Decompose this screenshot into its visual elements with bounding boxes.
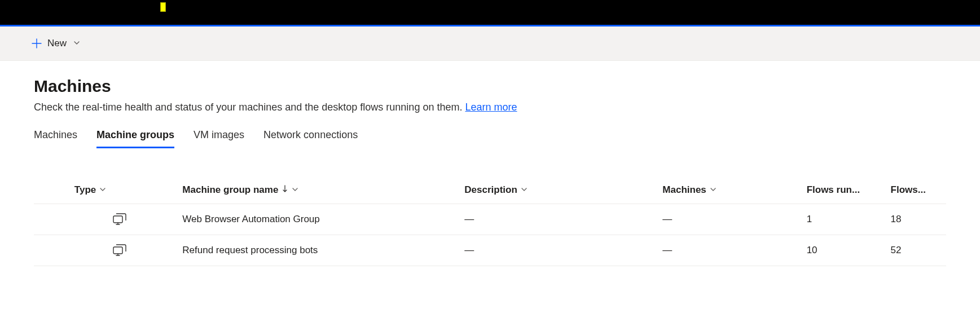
tab-vm-images[interactable]: VM images [194,129,244,148]
column-header-label: Flows... [891,184,926,196]
page-title: Machines [34,77,946,96]
tab-network-connections[interactable]: Network connections [263,129,358,148]
flows-running-cell: 10 [802,235,886,266]
sort-descending-icon [282,184,288,196]
page-content: Machines Check the real-time health and … [0,61,980,266]
row-select-cell[interactable] [34,204,70,235]
column-header-label: Description [464,184,517,196]
chevron-down-icon [292,184,298,196]
column-header-machines[interactable]: Machines [658,179,802,204]
table-row[interactable]: Refund request processing bots — — 10 52 [34,235,946,266]
column-header-label: Type [74,184,96,196]
description-cell: — [460,204,658,235]
machine-group-icon [113,213,173,226]
type-cell [70,204,178,235]
column-header-label: Machines [662,184,706,196]
name-cell[interactable]: Refund request processing bots [178,235,460,266]
column-header-name[interactable]: Machine group name [178,179,460,204]
page-subtitle: Check the real-time health and status of… [34,101,946,113]
subtitle-text: Check the real-time health and status of… [34,101,465,113]
learn-more-link[interactable]: Learn more [465,101,517,113]
window-titlebar [0,0,980,25]
column-header-label: Machine group name [182,184,278,196]
chevron-down-icon [710,184,717,196]
column-header-label: Flows run... [807,184,860,196]
type-cell [70,235,178,266]
chevron-down-icon [73,38,80,49]
new-button-label: New [47,38,67,49]
caret-marker [160,2,166,12]
table-row[interactable]: Web Browser Automation Group — — 1 18 [34,204,946,235]
chevron-down-icon [99,184,106,196]
machine-group-icon [113,244,173,257]
column-header-flows-queued[interactable]: Flows... [886,179,946,204]
machines-cell: — [658,204,802,235]
machines-cell: — [658,235,802,266]
table-header-row: Type Machine group name Description [34,179,946,204]
machine-groups-table: Type Machine group name Description [34,179,946,266]
row-select-cell[interactable] [34,235,70,266]
description-cell: — [460,235,658,266]
flows-queued-cell: 52 [886,235,946,266]
flows-queued-cell: 18 [886,204,946,235]
svg-rect-1 [113,247,122,254]
tab-machine-groups[interactable]: Machine groups [96,129,174,148]
new-button[interactable]: New [32,38,80,49]
column-header-description[interactable]: Description [460,179,658,204]
name-cell[interactable]: Web Browser Automation Group [178,204,460,235]
tab-machines[interactable]: Machines [34,129,77,148]
column-select-all[interactable] [34,179,70,204]
plus-icon [32,38,42,48]
column-header-type[interactable]: Type [70,179,178,204]
flows-running-cell: 1 [802,204,886,235]
command-bar: New [0,27,980,61]
column-header-flows-running[interactable]: Flows run... [802,179,886,204]
svg-rect-0 [113,216,122,223]
tab-strip: Machines Machine groups VM images Networ… [34,129,946,148]
chevron-down-icon [521,184,528,196]
